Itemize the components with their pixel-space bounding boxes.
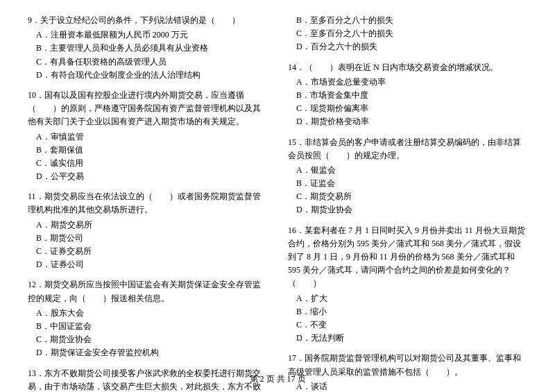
q15-option-d: D．期货业协会 xyxy=(288,203,527,216)
content-area: 9．关于设立经纪公司的条件，下列说法错误的是（ ） A．注册资本最低限额为人民币… xyxy=(28,14,527,392)
question-10-text: 10．国有以及国有控股企业进行境内外期货交易，应当遵循（ ）的原则，严格遵守国务… xyxy=(28,89,267,129)
page-footer: 第 2 页 共 17 页 xyxy=(0,373,555,385)
page-container: 9．关于设立经纪公司的条件，下列说法错误的是（ ） A．注册资本最低限额为人民币… xyxy=(0,0,555,392)
question-13-cont: B．至多百分之八十的损失 C．至多百分之八十的损失 D．百分之六十的损失 xyxy=(288,14,527,54)
q15-option-b: B．证监会 xyxy=(288,177,527,190)
q14-option-a: A．市场资金总量变动率 xyxy=(288,76,527,89)
question-16-text: 16．某套利者在 7 月 1 日同时买入 9 月份并卖出 11 月份大豆期货合约… xyxy=(288,224,527,291)
question-14: 14．（ ）表明在近 N 日内市场交易资金的增减状况。 A．市场资金总量变动率 … xyxy=(288,61,527,129)
question-15: 15．非结算会员的客户申请或者注册结算交易编码的，由非结算会员按照（ ）的规定办… xyxy=(288,136,527,217)
q12-option-c: C．期货业协会 xyxy=(28,333,267,346)
q10-option-d: D．公平交易 xyxy=(28,170,267,183)
q15-option-a: A．银监会 xyxy=(288,164,527,177)
q11-option-c: C．证券交易所 xyxy=(28,245,267,258)
question-11: 11．期货交易应当在依法设立的（ ）或者国务院期货监督管理机构批准的其他交易场所… xyxy=(28,190,267,271)
question-12-text: 12．期货交易所应当按照中国证监会有关期货保证金安全存管监控的规定，向（ ）报送… xyxy=(28,278,267,305)
question-14-text: 14．（ ）表明在近 N 日内市场交易资金的增减状况。 xyxy=(288,61,527,74)
q11-option-a: A．期货交易所 xyxy=(28,219,267,232)
q14-option-d: D．期货价格变动率 xyxy=(288,115,527,128)
q10-option-a: A．审慎监管 xyxy=(28,130,267,144)
question-9-text: 9．关于设立经纪公司的条件，下列说法错误的是（ ） xyxy=(28,14,267,27)
q9-option-b: B．主要管理人员和业务人员必须具有从业资格 xyxy=(28,42,267,55)
question-17: 17．国务院期货监督管理机构可以对期货公司及其董事、监事和高级管理人员采取的监管… xyxy=(288,352,527,392)
q16-option-c: C．不变 xyxy=(288,318,527,332)
question-16: 16．某套利者在 7 月 1 日同时买入 9 月份并卖出 11 月份大豆期货合约… xyxy=(288,224,527,346)
q13-option-b: B．至多百分之八十的损失 xyxy=(288,14,527,27)
q9-option-c: C．有具备任职资格的高级管理人员 xyxy=(28,56,267,69)
q14-option-b: B．市场资金集中度 xyxy=(288,89,527,102)
question-15-text: 15．非结算会员的客户申请或者注册结算交易编码的，由非结算会员按照（ ）的规定办… xyxy=(288,136,527,162)
q16-option-b: B．缩小 xyxy=(288,305,527,318)
column-left: 9．关于设立经纪公司的条件，下列说法错误的是（ ） A．注册资本最低限额为人民币… xyxy=(28,14,267,392)
q16-option-a: A．扩大 xyxy=(288,292,527,305)
q15-option-c: C．期货交易所 xyxy=(288,190,527,203)
q16-option-d: D．无法判断 xyxy=(288,332,527,345)
question-10: 10．国有以及国有控股企业进行境内外期货交易，应当遵循（ ）的原则，严格遵守国务… xyxy=(28,89,267,183)
q12-option-d: D．期货保证金安全存管监控机构 xyxy=(28,346,267,359)
question-9: 9．关于设立经纪公司的条件，下列说法错误的是（ ） A．注册资本最低限额为人民币… xyxy=(28,14,267,82)
q12-option-a: A．股东大会 xyxy=(28,307,267,320)
q11-option-b: B．期货公司 xyxy=(28,232,267,245)
question-12: 12．期货交易所应当按照中国证监会有关期货保证金安全存管监控的规定，向（ ）报送… xyxy=(28,278,267,359)
q9-option-d: D．有符合现代企业制度企业的法人治理结构 xyxy=(28,69,267,82)
q13-option-d: D．百分之六十的损失 xyxy=(288,40,527,53)
column-right: B．至多百分之八十的损失 C．至多百分之八十的损失 D．百分之六十的损失 14．… xyxy=(288,14,527,392)
q11-option-d: D．证券公司 xyxy=(28,258,267,271)
page-number: 第 2 页 共 17 页 xyxy=(250,374,306,384)
q10-option-c: C．诚实信用 xyxy=(28,157,267,170)
q9-option-a: A．注册资本最低限额为人民币 2000 万元 xyxy=(28,28,267,42)
q14-option-c: C．现货期价偏离率 xyxy=(288,102,527,115)
q10-option-b: B．套期保值 xyxy=(28,144,267,157)
q12-option-b: B．中国证监会 xyxy=(28,320,267,333)
q13-option-c: C．至多百分之八十的损失 xyxy=(288,27,527,40)
question-11-text: 11．期货交易应当在依法设立的（ ）或者国务院期货监督管理机构批准的其他交易场所… xyxy=(28,190,267,216)
